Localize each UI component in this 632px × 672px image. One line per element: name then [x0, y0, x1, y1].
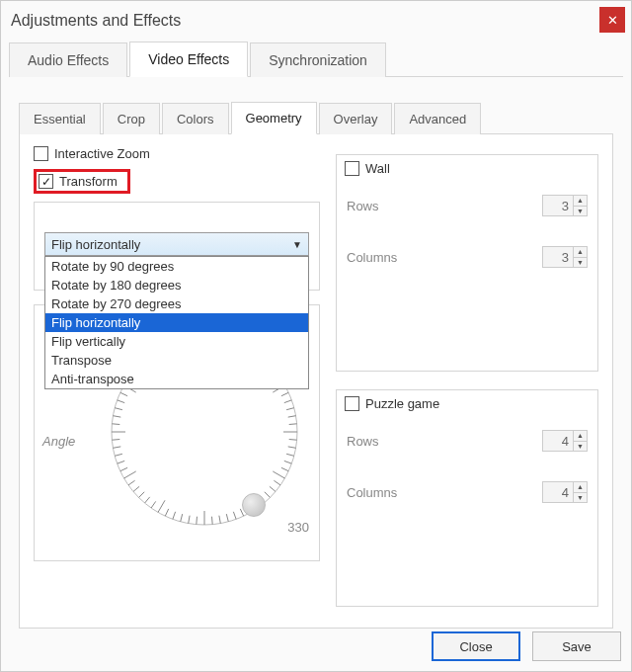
- svg-line-56: [112, 424, 119, 425]
- puzzle-label: Puzzle game: [365, 396, 439, 411]
- footer: Close Save: [432, 631, 621, 661]
- puzzle-title-row: Puzzle game: [345, 396, 439, 411]
- option-rotate-90[interactable]: Rotate by 90 degrees: [45, 257, 308, 276]
- transform-group: Flip horizontally ▼ Rotate by 90 degrees…: [34, 202, 320, 291]
- wall-group: Wall Rows 3 ▲ ▼ Columns: [336, 154, 598, 372]
- tab-synchronization[interactable]: Synchronization: [250, 42, 386, 77]
- wall-cols-label: Columns: [347, 250, 397, 265]
- spinner-buttons: ▲ ▼: [573, 247, 587, 267]
- svg-line-34: [226, 514, 228, 522]
- subtab-geometry[interactable]: Geometry: [231, 102, 317, 134]
- svg-line-35: [219, 516, 220, 524]
- svg-line-41: [173, 512, 176, 520]
- wall-rows-row: Rows 3 ▲ ▼: [347, 195, 588, 216]
- chevron-up-icon[interactable]: ▲: [574, 247, 587, 258]
- subtab-colors[interactable]: Colors: [162, 103, 229, 134]
- chevron-up-icon[interactable]: ▲: [574, 431, 587, 442]
- wall-cols-row: Columns 3 ▲ ▼: [347, 246, 588, 268]
- wall-label: Wall: [365, 161, 390, 176]
- puzzle-group: Puzzle game Rows 4 ▲ ▼ Columns: [336, 389, 598, 607]
- svg-line-48: [128, 480, 135, 485]
- svg-line-58: [115, 408, 122, 410]
- svg-line-21: [288, 447, 296, 448]
- puzzle-rows-spinner[interactable]: 4 ▲ ▼: [542, 430, 588, 452]
- puzzle-cols-spinner[interactable]: 4 ▲ ▼: [542, 481, 588, 503]
- chevron-down-icon[interactable]: ▼: [574, 207, 587, 216]
- transform-combobox-value: Flip horizontally: [51, 237, 140, 252]
- svg-line-59: [118, 400, 125, 403]
- puzzle-rows-value: 4: [543, 431, 573, 451]
- dialog-window: Adjustments and Effects ✕ Audio Effects …: [0, 0, 632, 672]
- chevron-down-icon: ▼: [292, 239, 302, 250]
- svg-line-57: [113, 416, 120, 417]
- chevron-down-icon[interactable]: ▼: [574, 442, 587, 452]
- chevron-down-icon[interactable]: ▼: [574, 258, 587, 268]
- option-transpose[interactable]: Transpose: [45, 351, 308, 370]
- svg-line-54: [112, 440, 119, 441]
- interactive-zoom-checkbox[interactable]: [34, 146, 48, 161]
- svg-line-39: [189, 516, 190, 524]
- wall-cols-value: 3: [543, 247, 573, 267]
- main-tabs: Audio Effects Video Effects Synchronizat…: [9, 41, 623, 77]
- titlebar: Adjustments and Effects: [1, 1, 631, 41]
- svg-line-42: [165, 509, 168, 516]
- spinner-buttons: ▲ ▼: [573, 196, 587, 215]
- svg-line-16: [286, 408, 294, 410]
- svg-line-26: [274, 480, 280, 485]
- transform-label: Transform: [59, 174, 118, 189]
- option-rotate-270[interactable]: Rotate by 270 degrees: [45, 294, 308, 313]
- close-button[interactable]: Close: [432, 631, 520, 661]
- option-rotate-180[interactable]: Rotate by 180 degrees: [45, 276, 308, 294]
- svg-line-51: [118, 461, 125, 463]
- svg-line-36: [212, 517, 213, 525]
- chevron-up-icon[interactable]: ▲: [574, 482, 587, 493]
- wall-rows-spinner[interactable]: 3 ▲ ▼: [542, 195, 588, 216]
- tab-video-effects[interactable]: Video Effects: [129, 42, 248, 77]
- wall-cols-spinner[interactable]: 3 ▲ ▼: [542, 246, 588, 268]
- wall-title-row: Wall: [345, 161, 390, 176]
- wall-checkbox[interactable]: [345, 161, 359, 176]
- angle-label: Angle: [42, 434, 75, 449]
- svg-line-15: [284, 400, 292, 403]
- svg-line-14: [281, 392, 288, 395]
- svg-line-47: [133, 486, 139, 491]
- dial-knob-icon[interactable]: [242, 493, 266, 517]
- option-flip-vertically[interactable]: Flip vertically: [45, 332, 308, 351]
- svg-line-25: [273, 471, 284, 478]
- svg-line-22: [286, 454, 294, 456]
- subtab-essential[interactable]: Essential: [19, 103, 101, 134]
- subtab-advanced[interactable]: Advanced: [394, 103, 481, 134]
- close-icon[interactable]: ✕: [599, 7, 625, 33]
- svg-line-38: [197, 517, 198, 525]
- wall-rows-value: 3: [543, 196, 573, 215]
- option-flip-horizontally[interactable]: Flip horizontally: [45, 313, 308, 332]
- chevron-down-icon[interactable]: ▼: [574, 493, 587, 503]
- svg-line-49: [124, 471, 136, 478]
- svg-line-46: [139, 492, 145, 498]
- svg-line-17: [288, 416, 296, 417]
- tab-audio-effects[interactable]: Audio Effects: [9, 42, 127, 77]
- spinner-buttons: ▲ ▼: [573, 482, 587, 502]
- option-anti-transpose[interactable]: Anti-transpose: [45, 370, 308, 388]
- svg-line-50: [120, 467, 127, 470]
- transform-checkbox[interactable]: [39, 174, 53, 189]
- svg-line-23: [284, 461, 292, 463]
- transform-combobox[interactable]: Flip horizontally ▼: [44, 232, 309, 256]
- interactive-zoom-label: Interactive Zoom: [54, 146, 150, 161]
- left-column: Interactive Zoom Transform Flip horizont…: [34, 146, 320, 616]
- svg-line-53: [113, 447, 120, 448]
- svg-line-52: [115, 454, 122, 456]
- content: Essential Crop Colors Geometry Overlay A…: [1, 77, 631, 629]
- subtab-crop[interactable]: Crop: [103, 103, 160, 134]
- save-button[interactable]: Save: [532, 631, 621, 661]
- transform-dropdown: Rotate by 90 degrees Rotate by 180 degre…: [44, 256, 309, 389]
- puzzle-rows-row: Rows 4 ▲ ▼: [347, 430, 588, 452]
- subtab-overlay[interactable]: Overlay: [319, 103, 393, 134]
- wall-rows-label: Rows: [347, 199, 379, 213]
- chevron-up-icon[interactable]: ▲: [574, 196, 587, 207]
- puzzle-cols-row: Columns 4 ▲ ▼: [347, 481, 588, 503]
- sub-tabs: Essential Crop Colors Geometry Overlay A…: [19, 101, 613, 134]
- puzzle-cols-label: Columns: [347, 485, 397, 500]
- puzzle-checkbox[interactable]: [345, 396, 359, 411]
- svg-line-44: [151, 501, 156, 508]
